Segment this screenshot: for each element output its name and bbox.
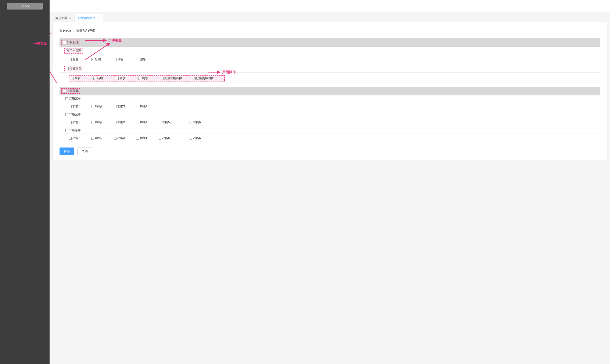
checkbox-icon[interactable]: [66, 67, 69, 70]
tab-0[interactable]: 角色管理×: [52, 14, 74, 22]
op-checkbox[interactable]: 查看: [69, 58, 78, 61]
level1-checkbox[interactable]: 平台管理: [63, 40, 79, 44]
op-checkbox[interactable]: 功能3: [114, 120, 125, 124]
checkbox-icon[interactable]: [91, 58, 94, 61]
checkbox-icon[interactable]: [190, 121, 192, 124]
level2-checkbox[interactable]: 二级菜单: [66, 129, 597, 132]
checkbox-icon[interactable]: [91, 121, 94, 124]
checkbox-icon[interactable]: [136, 137, 139, 140]
checkbox-icon[interactable]: [114, 58, 117, 61]
checkbox-icon[interactable]: [114, 105, 117, 108]
checkbox-icon[interactable]: [66, 97, 68, 100]
op-cell: 新增: [94, 76, 116, 80]
op-checkbox[interactable]: 功能1: [69, 104, 80, 108]
level2-row: 二级菜单: [59, 127, 600, 134]
checkbox-icon[interactable]: [136, 58, 139, 61]
op-cell: 配置功能权限: [161, 76, 192, 80]
op-cell: 功能4: [136, 120, 159, 124]
checkbox-icon[interactable]: [66, 129, 68, 132]
op-checkbox[interactable]: 功能1: [69, 120, 80, 124]
checkbox-icon[interactable]: [69, 105, 72, 108]
op-cell: 功能5: [159, 120, 190, 124]
checkbox-icon[interactable]: [69, 121, 72, 124]
op-checkbox[interactable]: 功能6: [190, 136, 201, 140]
checkbox-icon[interactable]: [192, 77, 194, 80]
checkbox-icon[interactable]: [63, 41, 66, 44]
checkbox-icon[interactable]: [69, 137, 72, 140]
checkbox-icon[interactable]: [66, 113, 68, 116]
level2-row: 角色管理: [59, 64, 600, 73]
checkbox-icon[interactable]: [136, 121, 139, 124]
level2-checkbox[interactable]: 二级菜单: [66, 97, 597, 101]
checkbox-icon[interactable]: [91, 105, 94, 108]
op-checkbox[interactable]: 功能5: [159, 136, 170, 140]
checkbox-icon[interactable]: [114, 137, 117, 140]
ops-row: 功能1功能2功能3功能4功能5功能6: [59, 118, 600, 127]
op-checkbox[interactable]: 功能4: [136, 136, 148, 140]
op-cell: 功能2: [91, 104, 114, 108]
annotation-level1-label: 一级菜单: [33, 42, 47, 46]
op-checkbox[interactable]: 新增: [91, 58, 101, 61]
op-cell: 配置数据权限: [192, 76, 223, 80]
checkbox-icon[interactable]: [159, 137, 161, 140]
close-icon[interactable]: ×: [69, 17, 71, 20]
checkbox-icon[interactable]: [91, 137, 94, 140]
checkbox-label: 一级菜单: [67, 89, 79, 93]
checkbox-label: 修改: [120, 76, 125, 80]
checkbox-icon[interactable]: [138, 77, 141, 80]
op-checkbox[interactable]: 功能2: [91, 136, 103, 140]
op-checkbox[interactable]: 功能1: [136, 104, 148, 108]
checkbox-icon[interactable]: [116, 77, 119, 80]
checkbox-icon[interactable]: [136, 105, 139, 108]
op-checkbox[interactable]: 功能3: [114, 104, 125, 108]
ops-row: 查看新增修改删除配置功能权限配置数据权限: [59, 73, 600, 84]
op-cell: 功能5: [159, 136, 190, 140]
op-checkbox[interactable]: 功能2: [91, 120, 103, 124]
role-label: 角色名称：: [59, 29, 75, 33]
save-button[interactable]: 保存: [59, 147, 74, 155]
op-checkbox[interactable]: 功能2: [91, 104, 103, 108]
level2-checkbox[interactable]: 角色管理: [66, 66, 81, 70]
op-checkbox[interactable]: 修改: [116, 76, 125, 80]
level1-row: 平台管理: [59, 38, 600, 47]
op-checkbox[interactable]: 删除: [136, 58, 146, 61]
op-checkbox[interactable]: 功能6: [190, 120, 201, 124]
checkbox-label: 修改: [117, 58, 123, 61]
main: 角色管理×配置功能权限× 角色名称： 运营部门经理 平台管理用户管理查看新增修改…: [50, 0, 610, 364]
checkbox-label: 删除: [140, 58, 146, 61]
cancel-button[interactable]: 取消: [77, 147, 92, 155]
op-checkbox[interactable]: 新增: [94, 76, 103, 80]
op-checkbox[interactable]: 功能1: [69, 136, 80, 140]
checkbox-icon[interactable]: [71, 77, 74, 80]
checkbox-label: 用户管理: [69, 49, 81, 53]
level1-checkbox[interactable]: 一级菜单: [63, 89, 79, 93]
checkbox-label: 角色管理: [69, 66, 81, 70]
tab-1[interactable]: 配置功能权限×: [74, 14, 103, 22]
op-checkbox[interactable]: 配置功能权限: [161, 76, 182, 80]
checkbox-icon[interactable]: [190, 137, 192, 140]
op-checkbox[interactable]: 查看: [71, 76, 81, 80]
checkbox-label: 功能5: [162, 136, 170, 140]
checkbox-icon[interactable]: [161, 77, 163, 80]
op-checkbox[interactable]: 配置数据权限: [192, 76, 213, 80]
op-checkbox[interactable]: 功能5: [159, 120, 170, 124]
op-checkbox[interactable]: 修改: [114, 58, 123, 61]
checkbox-label: 功能6: [193, 136, 201, 140]
checkbox-label: 配置功能权限: [164, 76, 182, 80]
op-checkbox[interactable]: 功能4: [136, 120, 148, 124]
op-cell: 功能3: [114, 104, 136, 108]
checkbox-icon[interactable]: [66, 50, 69, 52]
checkbox-icon[interactable]: [159, 121, 161, 124]
op-checkbox[interactable]: 功能3: [114, 136, 125, 140]
tab-label: 配置功能权限: [78, 16, 96, 20]
checkbox-icon[interactable]: [94, 77, 96, 80]
checkbox-icon[interactable]: [63, 90, 66, 92]
ops-row: 功能1功能2功能3功能4功能5功能6: [59, 134, 600, 143]
op-checkbox[interactable]: 删除: [138, 76, 148, 80]
checkbox-icon[interactable]: [69, 58, 72, 61]
close-icon[interactable]: ×: [98, 17, 99, 20]
role-line: 角色名称： 运营部门经理: [59, 29, 600, 33]
level2-checkbox[interactable]: 二级菜单: [66, 113, 597, 117]
level2-checkbox[interactable]: 用户管理: [66, 49, 81, 53]
checkbox-icon[interactable]: [114, 121, 117, 124]
